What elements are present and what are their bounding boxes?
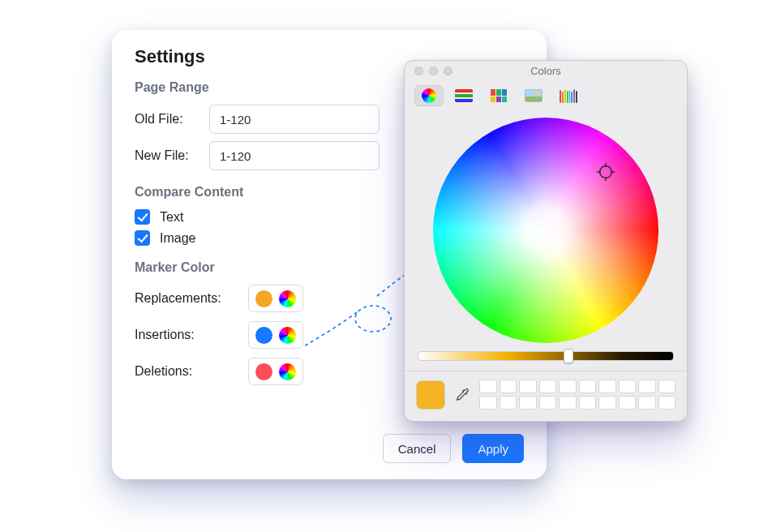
tab-color-palettes[interactable]: [484, 85, 513, 106]
swatch-cell[interactable]: [638, 396, 656, 410]
insertions-color-picker[interactable]: [248, 321, 303, 349]
eyedropper-button[interactable]: [453, 386, 471, 404]
deletions-label: Deletions:: [135, 364, 240, 379]
image-checkbox[interactable]: [135, 230, 150, 246]
image-checkbox-label: Image: [160, 231, 195, 246]
traffic-minimize[interactable]: [429, 66, 438, 75]
swatch-storage-grid: [479, 380, 676, 410]
swatch-cell[interactable]: [579, 396, 597, 410]
new-file-input[interactable]: [209, 141, 380, 170]
color-wheel-icon: [279, 363, 296, 380]
traffic-close[interactable]: [414, 66, 423, 75]
replacements-swatch: [255, 290, 272, 307]
colors-popup: Colors: [404, 60, 688, 422]
swatch-cell[interactable]: [519, 396, 537, 410]
swatch-cell[interactable]: [579, 380, 597, 393]
color-wheel-icon: [279, 290, 296, 307]
brightness-slider[interactable]: [418, 351, 674, 361]
current-color-swatch[interactable]: [416, 380, 445, 410]
swatch-cell[interactable]: [658, 380, 676, 393]
replacements-label: Replacements:: [135, 291, 240, 306]
swatch-cell[interactable]: [479, 380, 497, 393]
color-tabs: [405, 80, 687, 113]
cancel-button[interactable]: Cancel: [383, 434, 452, 463]
apply-button[interactable]: Apply: [462, 434, 524, 463]
tab-pencils[interactable]: [554, 85, 583, 106]
swatch-cell[interactable]: [539, 396, 557, 410]
new-file-label: New File:: [135, 148, 198, 163]
tab-image-palettes[interactable]: [519, 85, 548, 106]
tab-color-wheel[interactable]: [414, 85, 444, 106]
swatch-cell[interactable]: [559, 380, 577, 393]
colors-titlebar: Colors: [405, 61, 687, 80]
color-wheel-icon: [279, 327, 296, 344]
traffic-zoom[interactable]: [444, 66, 452, 75]
image-icon: [525, 89, 543, 102]
text-checkbox-label: Text: [160, 210, 183, 225]
swatch-cell[interactable]: [598, 380, 616, 393]
tab-color-sliders[interactable]: [449, 85, 478, 106]
color-wheel[interactable]: [433, 118, 658, 343]
swatch-cell[interactable]: [619, 396, 637, 410]
insertions-label: Insertions:: [135, 328, 240, 342]
swatch-cell[interactable]: [519, 380, 537, 393]
eyedropper-icon: [454, 387, 470, 403]
swatch-cell[interactable]: [500, 396, 517, 410]
color-wheel-icon: [422, 88, 436, 103]
replacements-color-picker[interactable]: [248, 285, 303, 312]
swatch-cell[interactable]: [539, 380, 557, 393]
deletions-swatch: [255, 363, 272, 380]
swatch-cell[interactable]: [638, 380, 656, 393]
brightness-handle[interactable]: [564, 349, 573, 363]
sliders-icon: [455, 89, 473, 102]
insertions-swatch: [255, 327, 272, 344]
pencils-icon: [560, 88, 577, 103]
swatch-cell[interactable]: [598, 396, 616, 410]
swatch-cell[interactable]: [479, 396, 497, 410]
swatch-cell[interactable]: [658, 396, 676, 410]
window-controls: [414, 66, 452, 75]
deletions-color-picker[interactable]: [248, 358, 303, 385]
swatch-cell[interactable]: [619, 380, 637, 393]
old-file-input[interactable]: [209, 105, 380, 134]
palette-grid-icon: [491, 89, 507, 102]
swatch-cell[interactable]: [500, 380, 517, 393]
old-file-label: Old File:: [135, 112, 198, 127]
text-checkbox[interactable]: [135, 209, 150, 225]
swatch-cell[interactable]: [559, 396, 577, 410]
